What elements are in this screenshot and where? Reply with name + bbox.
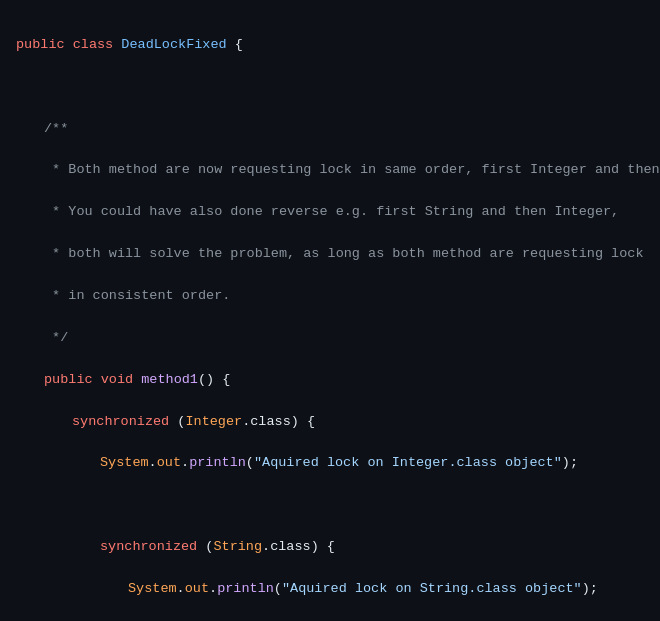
line-6: * both will solve the problem, as long a…	[16, 244, 644, 265]
line-9: public void method1() {	[16, 370, 644, 391]
line-8: */	[16, 328, 644, 349]
line-1: public class DeadLockFixed {	[16, 35, 644, 56]
line-4: * Both method are now requesting lock in…	[16, 160, 644, 181]
line-7: * in consistent order.	[16, 286, 644, 307]
line-3: /**	[16, 119, 644, 140]
line-12	[16, 495, 644, 516]
line-13: synchronized (String.class) {	[16, 537, 644, 558]
line-11: System.out.println("Aquired lock on Inte…	[16, 453, 644, 474]
line-5: * You could have also done reverse e.g. …	[16, 202, 644, 223]
code-editor: public class DeadLockFixed { /** * Both …	[0, 0, 660, 621]
line-2	[16, 77, 644, 98]
line-14: System.out.println("Aquired lock on Stri…	[16, 579, 644, 600]
line-10: synchronized (Integer.class) {	[16, 412, 644, 433]
